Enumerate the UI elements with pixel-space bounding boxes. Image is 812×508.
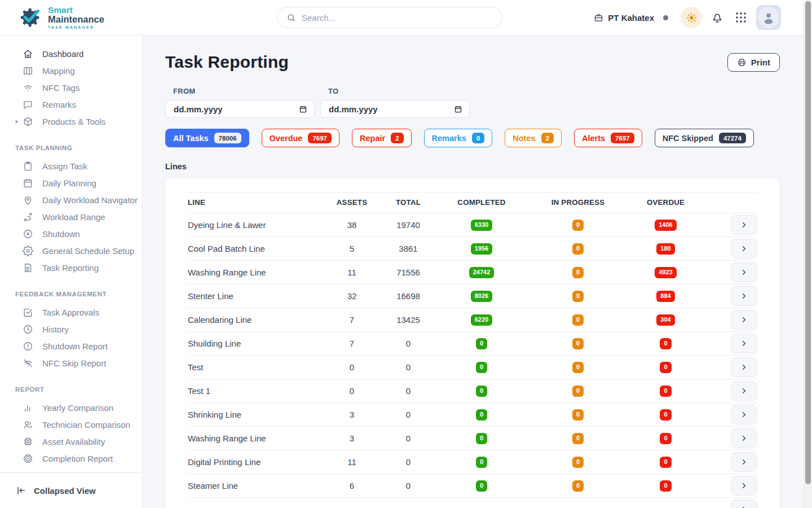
search-input[interactable]: [302, 13, 493, 23]
row-actions-cell: [699, 356, 757, 379]
sidebar-item-technician-comparison[interactable]: Technician Comparison: [0, 416, 142, 433]
row-detail-button[interactable]: [731, 452, 757, 472]
row-actions-cell: [699, 498, 757, 508]
total-cell: 0: [377, 427, 440, 450]
row-detail-button[interactable]: [731, 405, 757, 424]
sidebar-item-remarks[interactable]: Remarks: [0, 96, 142, 113]
sidebar-item-general-schedule-setup[interactable]: General Schedule Setup: [0, 242, 142, 259]
total-cell: 0: [377, 332, 440, 356]
filter-remarks[interactable]: Remarks0: [424, 129, 493, 147]
completed-badge-cell: 0: [440, 379, 523, 403]
line-name-cell: Dyeing Line & Lawer: [188, 213, 327, 237]
print-label: Print: [751, 58, 770, 67]
row-detail-button[interactable]: [731, 500, 757, 508]
sidebar-item-mapping[interactable]: Mapping: [0, 62, 142, 79]
table-row: Calendaring Line71342562200304: [188, 308, 757, 332]
chevron-right-icon: [740, 245, 748, 252]
print-button[interactable]: Print: [727, 53, 780, 72]
sidebar-item-task-approvals[interactable]: Task Approvals: [0, 304, 142, 321]
company-name: PT Kahatex: [608, 13, 654, 23]
sidebar-section-title: REPORT: [0, 386, 142, 393]
filter-nfc-skipped[interactable]: NFC Skipped47274: [655, 129, 754, 147]
page-scrollbar[interactable]: [804, 0, 812, 508]
filter-alerts[interactable]: Alerts7697: [574, 129, 642, 147]
overdue-badge: 304: [656, 314, 674, 326]
apps-grid-button[interactable]: [732, 9, 749, 26]
in-progress-badge-cell: 0: [523, 308, 633, 332]
sidebar-item-completion-report[interactable]: Completion Report: [0, 450, 142, 467]
sidebar-item-task-reporting[interactable]: Task Reporting: [0, 259, 142, 276]
assets-cell: 0: [327, 379, 377, 403]
sidebar-item-label: Daily Workload Navigator: [42, 195, 138, 205]
calendar-picker-icon[interactable]: [299, 105, 307, 113]
scrollbar-thumb[interactable]: [805, 1, 811, 484]
sidebar-item-products-tools[interactable]: Products & Tools: [0, 113, 142, 130]
row-detail-button[interactable]: [731, 262, 757, 282]
column-header-actions: [699, 192, 757, 213]
sidebar-item-daily-workload-navigator[interactable]: Daily Workload Navigator: [0, 191, 142, 208]
sidebar-item-label: Completion Report: [42, 454, 113, 463]
row-detail-button[interactable]: [731, 310, 757, 330]
row-detail-button[interactable]: [731, 357, 757, 377]
assets-cell: 7: [327, 332, 377, 356]
sidebar-item-daily-planning[interactable]: Daily Planning: [0, 174, 142, 191]
chevron-right-icon: [740, 458, 748, 466]
sidebar-item-yearly-comparison[interactable]: Yearly Comparison: [0, 399, 142, 416]
filter-all-tasks[interactable]: All Tasks78006: [165, 129, 249, 147]
row-detail-button[interactable]: [731, 286, 757, 306]
sidebar-nav: DashboardMappingNFC TagsRemarksProducts …: [0, 36, 142, 467]
line-name-cell: Cool Pad Batch Line: [188, 237, 327, 261]
user-avatar[interactable]: [756, 5, 781, 30]
completed-badge-cell: 0: [440, 332, 523, 356]
filter-count-badge: 0: [472, 133, 484, 143]
overdue-badge: 0: [660, 433, 671, 444]
sidebar-item-asset-availability[interactable]: Asset Availability: [0, 433, 142, 450]
row-detail-button[interactable]: [731, 381, 757, 401]
sidebar-item-label: Workload Range: [42, 212, 105, 222]
sidebar-item-label: Task Reporting: [42, 263, 99, 273]
row-detail-button[interactable]: [731, 239, 757, 259]
row-detail-button[interactable]: [731, 334, 757, 353]
completed-badge: 24742: [469, 267, 495, 278]
company-selector[interactable]: PT Kahatex: [594, 13, 668, 23]
sidebar-item-shutdown-report[interactable]: Shutdown Report: [0, 338, 142, 354]
sidebar-item-nfc-tags[interactable]: NFC Tags: [0, 79, 142, 96]
in-progress-badge: 0: [572, 480, 584, 492]
assets-cell: 11: [327, 261, 377, 284]
sidebar-item-dashboard[interactable]: Dashboard: [0, 45, 142, 62]
person-icon: [761, 10, 776, 25]
sidebar-item-nfc-skip-report[interactable]: NFC Skip Report: [0, 354, 142, 371]
sidebar-item-shutdown[interactable]: Shutdown: [0, 225, 142, 242]
column-header-overdue: OVERDUE: [633, 192, 699, 213]
calendar-picker-icon[interactable]: [454, 105, 462, 113]
row-detail-button[interactable]: [731, 428, 757, 448]
theme-toggle-button[interactable]: [681, 7, 702, 28]
sidebar-item-label: Dashboard: [42, 49, 83, 59]
row-detail-button[interactable]: [731, 476, 757, 496]
in-progress-badge: 0: [572, 457, 584, 468]
notifications-button[interactable]: [709, 9, 726, 26]
filter-notes[interactable]: Notes2: [505, 129, 562, 147]
sidebar-item-assign-task[interactable]: Assign Task: [0, 157, 142, 174]
app-logo[interactable]: Smart Maintenance TASK MANAGER: [19, 6, 138, 29]
collapse-view-button[interactable]: Collapsed View: [0, 472, 142, 508]
from-date-input[interactable]: dd.mm.yyyy: [165, 100, 315, 118]
sidebar-item-workload-range[interactable]: Workload Range: [0, 208, 142, 225]
in-progress-badge-cell: 0: [523, 403, 633, 427]
sidebar-item-label: Daily Planning: [42, 178, 96, 188]
in-progress-badge: 0: [572, 386, 584, 397]
completed-badge: 1956: [471, 243, 492, 255]
table-row: Stenter Line321669880260884: [188, 284, 757, 308]
filter-repair[interactable]: Repair2: [352, 129, 412, 147]
in-progress-badge-cell: 0: [523, 332, 633, 356]
row-actions-cell: [699, 237, 757, 261]
overdue-badge: 1406: [655, 220, 676, 231]
row-detail-button[interactable]: [731, 215, 757, 235]
sidebar-item-label: NFC Tags: [42, 83, 80, 93]
line-name-cell: Washing Range Line: [188, 427, 327, 450]
sidebar-item-history[interactable]: History: [0, 321, 142, 338]
to-date-input[interactable]: dd.mm.yyyy: [320, 100, 470, 118]
overdue-badge: 180: [656, 243, 674, 255]
filter-overdue[interactable]: Overdue7697: [262, 129, 339, 147]
sidebar-section-title: TASK PLANNING: [0, 144, 142, 151]
